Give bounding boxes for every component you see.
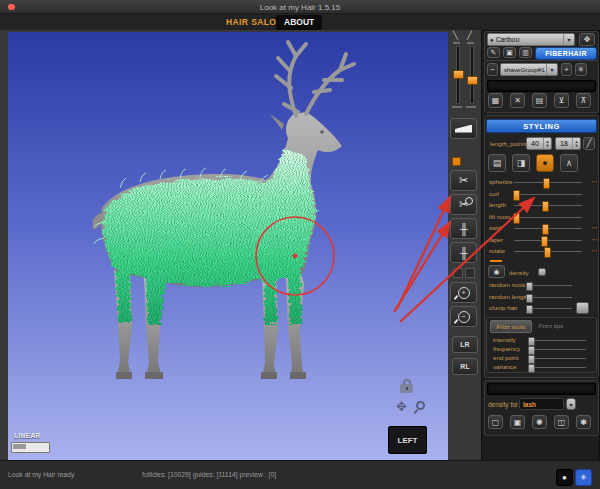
styling-tool-brush-button-selected[interactable]: ●	[536, 154, 554, 172]
spherize-slider[interactable]	[514, 182, 582, 183]
tab-frizz-roots[interactable]: Frizz roots	[490, 320, 532, 333]
figure-dropdown[interactable]: ● Caribou ▾	[487, 33, 575, 46]
mirror-rl-button[interactable]: RL	[452, 358, 478, 375]
delete-tool-button[interactable]: ✕	[510, 93, 525, 108]
pose-b-tool-button[interactable]: ⊼	[576, 93, 591, 108]
scissors-area-tool-button[interactable]: ✂	[450, 194, 477, 215]
comb-wedge-tool-button[interactable]	[450, 118, 477, 139]
density-for-dropdown[interactable]: lash	[519, 398, 564, 410]
zoom-out-button[interactable]: −	[450, 306, 477, 327]
figure-dropdown-value: Caribou	[496, 36, 563, 43]
variance-slider[interactable]	[530, 367, 586, 368]
collapsed-section-bar[interactable]	[487, 80, 596, 92]
pen-icon: ✎	[491, 49, 497, 57]
lock-icon[interactable]	[400, 379, 413, 394]
styling-tool-legs-button[interactable]: ∧	[560, 154, 578, 172]
length-spinner[interactable]: 40 ▲▼	[526, 137, 552, 150]
frequency-slider[interactable]	[530, 349, 586, 350]
end-point-slider[interactable]	[530, 358, 586, 359]
image-button[interactable]: ▣	[503, 47, 516, 58]
spinner-down-icon[interactable]: ▼	[575, 144, 579, 148]
curl-slider[interactable]	[514, 194, 582, 195]
density-figure-button[interactable]: ◫	[554, 415, 569, 429]
mirror-lr-button[interactable]: LR	[452, 336, 478, 353]
density-visibility-button[interactable]: ◉	[488, 265, 505, 278]
viewport-3d[interactable]: LINEAR ✥ LEFT	[8, 32, 448, 460]
add-group-button[interactable]: +	[561, 63, 572, 76]
shave-group-dropdown[interactable]: shaveGroup#1 ▾	[500, 63, 558, 76]
group-settings-button[interactable]: ✳	[575, 63, 587, 76]
edit-button[interactable]: ✎	[487, 47, 500, 58]
density-fill-button[interactable]: ▣	[510, 415, 525, 429]
slider-handle[interactable]	[528, 364, 535, 373]
slider-handle[interactable]	[467, 76, 478, 85]
length-slider[interactable]	[514, 205, 582, 206]
slider-handle[interactable]	[543, 178, 550, 189]
slider-handle[interactable]	[544, 247, 551, 258]
collapsed-section-bar[interactable]	[487, 383, 596, 395]
density-for-spinner[interactable]: ▾	[566, 398, 576, 410]
density-value-box[interactable]	[538, 268, 546, 276]
slider-handle[interactable]	[513, 190, 520, 201]
save-button[interactable]: ▥	[519, 47, 532, 58]
styling-header[interactable]: STYLING	[486, 119, 597, 133]
slider-handle[interactable]	[542, 224, 549, 235]
falloff-profile-widget[interactable]	[11, 442, 50, 453]
mini-tool-icon[interactable]	[453, 268, 463, 278]
swirl-slider[interactable]	[514, 228, 582, 229]
zoom-in-button[interactable]: +	[450, 282, 477, 303]
slider-handle[interactable]	[526, 294, 533, 303]
zoom-view-icon[interactable]	[416, 401, 425, 410]
grid-tool-button[interactable]: ▦	[488, 93, 503, 108]
brush-size-slider[interactable]	[456, 46, 460, 104]
copy-tool-button[interactable]: ▤	[532, 93, 547, 108]
tab-frizz-tips[interactable]: Frizz tips	[533, 320, 569, 331]
slider-handle[interactable]	[513, 213, 520, 224]
lift-roots-slider[interactable]	[514, 217, 582, 218]
density-frame-button[interactable]: ▢	[488, 415, 503, 429]
intensify-slider[interactable]	[530, 340, 586, 341]
brush-stroke-left-icon[interactable]: ╲	[453, 31, 458, 40]
slider-options-dots[interactable]: ⋯	[591, 224, 597, 232]
slider-handle[interactable]	[542, 201, 549, 212]
clump-hair-button[interactable]	[576, 302, 589, 314]
caribou-model[interactable]	[8, 32, 448, 460]
filled-square-icon: ▣	[514, 418, 522, 427]
pose-a-tool-button[interactable]: ⊻	[554, 93, 569, 108]
brush-stroke-right-icon[interactable]: ╱	[467, 31, 472, 40]
fiberhair-button[interactable]: FIBERHAIR	[535, 47, 597, 60]
add-guides-comb-button[interactable]: ╫	[450, 218, 477, 239]
frame-figure-button[interactable]: ✥	[579, 33, 595, 46]
brush-strength-slider[interactable]	[470, 46, 474, 104]
rotate-slider[interactable]	[514, 251, 582, 252]
density-paw-button[interactable]: ✺	[532, 415, 547, 429]
spinner-down-icon[interactable]: ▼	[546, 144, 550, 148]
random-length-slider[interactable]	[528, 297, 572, 298]
styling-tool-half-button[interactable]: ◨	[512, 154, 530, 172]
styling-tool-grid-button[interactable]: ▤	[488, 154, 506, 172]
remove-group-button[interactable]: −	[487, 63, 498, 76]
view-direction-button[interactable]: LEFT	[388, 426, 427, 454]
remove-guides-comb-button[interactable]: ╫	[450, 242, 477, 263]
slider-handle[interactable]	[526, 282, 533, 291]
random-roots-slider[interactable]	[528, 285, 572, 286]
taper-slider[interactable]	[514, 240, 582, 241]
mini-tool-icon[interactable]	[465, 268, 475, 278]
pan-view-icon[interactable]: ✥	[396, 400, 407, 413]
record-button[interactable]: ●	[556, 469, 573, 486]
slider-options-dots[interactable]: ⋯	[591, 247, 597, 255]
points-spinner[interactable]: 18 ▲▼	[555, 137, 581, 150]
clump-hair-slider[interactable]	[528, 308, 572, 309]
scissors-tool-button[interactable]: ✂	[450, 170, 477, 191]
density-settings-button[interactable]: ✱	[576, 415, 591, 429]
lock-points-button[interactable]: ╱	[583, 137, 595, 150]
tool-column: ╲ ╱ ✂ ✂ ╫ ╫ + −	[449, 30, 480, 460]
slider-handle[interactable]	[526, 305, 533, 314]
slider-handle[interactable]	[453, 70, 464, 79]
slider-handle[interactable]	[541, 236, 548, 247]
magnifier-plus-icon: +	[458, 287, 470, 299]
slider-options-dots[interactable]: ⋯	[591, 178, 597, 186]
settings-button[interactable]: ✳	[575, 469, 592, 486]
slider-options-dots[interactable]: ⋯	[591, 236, 597, 244]
tab-about[interactable]: ABOUT	[276, 15, 322, 30]
